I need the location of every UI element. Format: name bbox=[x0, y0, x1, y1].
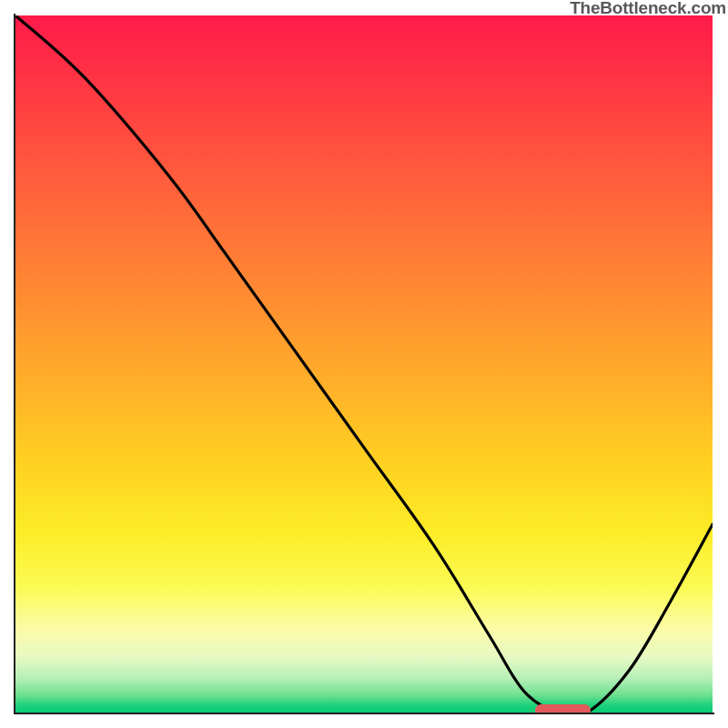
plot-area bbox=[15, 15, 713, 713]
optimal-range-marker bbox=[535, 704, 591, 713]
watermark-text: TheBottleneck.com bbox=[570, 0, 726, 18]
bottleneck-chart: TheBottleneck.com bbox=[0, 0, 728, 728]
gradient-background bbox=[15, 15, 713, 713]
x-axis-line bbox=[14, 713, 714, 714]
